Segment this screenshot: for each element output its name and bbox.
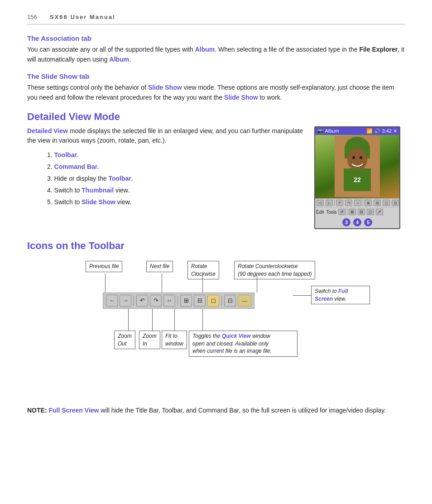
label-zoom-in: ZoomIn bbox=[139, 331, 160, 350]
phone-status: 📶 🔊 3:42 ✕ bbox=[366, 128, 397, 134]
page: 156 SX66 User Manual The Association tab… bbox=[0, 0, 432, 504]
detailed-view-body: Detailed View mode displays the selected… bbox=[27, 126, 303, 146]
list-item-4: 4. Switch to Thumbnail view. bbox=[47, 186, 303, 195]
full-screen-link[interactable]: FullScreen bbox=[315, 288, 348, 302]
phone-titlebar: 📷 Album 📶 🔊 3:42 ✕ bbox=[315, 127, 399, 135]
album-link-2[interactable]: Album bbox=[109, 56, 129, 63]
label-rotate-cw: RotateClockwise bbox=[187, 261, 219, 280]
tb-btn-8[interactable]: ◻ bbox=[383, 200, 390, 206]
list-item-3: 3. Hide or display the Toolbar. bbox=[47, 174, 303, 183]
tb-btn-b5[interactable]: ↗ bbox=[376, 209, 383, 215]
detailed-view-text-col: Detailed View mode displays the selected… bbox=[27, 126, 303, 229]
tb-btn-b3[interactable]: ⊟ bbox=[358, 209, 365, 215]
svg-text:22: 22 bbox=[354, 176, 361, 183]
badge-4: 4 bbox=[353, 218, 361, 226]
tb-btn-b1[interactable]: ↺ bbox=[338, 209, 346, 215]
btn-fit[interactable]: ↔ bbox=[163, 295, 175, 307]
btn-g1[interactable]: ⊞ bbox=[180, 295, 192, 307]
list-item-1: 1. Toolbar. bbox=[47, 150, 303, 160]
toolbar-icons-section: Icons on the Toolbar Previous file Next … bbox=[27, 240, 405, 392]
tb-btn-7[interactable]: ⊟ bbox=[374, 200, 381, 206]
line-zin bbox=[152, 309, 153, 331]
btn-rcw[interactable]: ↶ bbox=[136, 295, 148, 307]
album-link-1[interactable]: Album bbox=[195, 46, 215, 53]
file-explorer-bold: File Explorer bbox=[359, 46, 398, 53]
thumbnail-link[interactable]: Thumbnail bbox=[82, 187, 114, 194]
association-tab-section: The Association tab You can associate an… bbox=[27, 34, 405, 64]
association-tab-body: You can associate any or all of the supp… bbox=[27, 45, 405, 64]
edit-label: Edit bbox=[316, 210, 324, 215]
command-bar-link[interactable]: Command Bar. bbox=[54, 163, 99, 170]
page-number: 156 bbox=[27, 14, 50, 20]
relevant-procedures: relevant procedures bbox=[96, 94, 152, 101]
btn-prev[interactable]: ← bbox=[106, 295, 118, 307]
svg-point-5 bbox=[352, 156, 355, 159]
note-label: NOTE: Full Screen View bbox=[27, 407, 99, 414]
detailed-view-link[interactable]: Detailed View bbox=[27, 127, 68, 134]
label-fullscreen: Switch to FullScreen view. bbox=[311, 286, 370, 305]
tb-btn-9[interactable]: ⊡ bbox=[392, 200, 399, 206]
slideshow-tab-body: These settings control only the behavior… bbox=[27, 83, 405, 102]
detailed-view-list: 1. Toolbar. 2. Command Bar. 3. Hide or d… bbox=[38, 150, 303, 207]
label-previous-file: Previous file bbox=[86, 261, 122, 272]
athlete-image: 22 bbox=[335, 136, 380, 197]
tb-btn-b4[interactable]: ◻ bbox=[367, 209, 374, 215]
toolbar-bar: ← → ↶ ↷ ↔ ⊞ ⊟ ◻ ⊡ — bbox=[103, 293, 254, 309]
slide-show-link-1[interactable]: Slide Show bbox=[148, 84, 182, 91]
line-fs bbox=[293, 295, 311, 296]
header: 156 SX66 User Manual bbox=[27, 14, 405, 24]
sep-2 bbox=[178, 296, 178, 306]
svg-point-6 bbox=[360, 156, 362, 159]
line-next bbox=[162, 274, 162, 293]
tb-btn-3[interactable]: ↶ bbox=[336, 200, 343, 206]
tools-label: Tools bbox=[326, 210, 336, 215]
slide-show-link-3[interactable]: Slide Show bbox=[82, 198, 115, 206]
quick-view-link[interactable]: Quick View bbox=[222, 333, 251, 339]
note-text: will hide the Title Bar, Toolbar, and Co… bbox=[99, 407, 386, 414]
phone-toolbar-2: Edit Tools ↺ ⊞ ⊟ ◻ ↗ 2 bbox=[315, 207, 399, 216]
detailed-view-content: Detailed View mode displays the selected… bbox=[27, 126, 405, 229]
sep-3 bbox=[221, 296, 222, 306]
label-quick-view: Toggles the Quick View windowopen and cl… bbox=[189, 331, 298, 357]
label-next-file: Next file bbox=[146, 261, 173, 272]
line-rccw bbox=[257, 274, 257, 293]
line-prev bbox=[105, 274, 106, 293]
phone-screenshot-container: 📷 Album 📶 🔊 3:42 ✕ bbox=[314, 126, 405, 229]
associate-text: associate bbox=[52, 46, 78, 53]
toolbar-link[interactable]: Toolbar. bbox=[54, 151, 78, 158]
tb-btn-1[interactable]: ◁ bbox=[317, 200, 324, 206]
badge-5: 5 bbox=[364, 218, 372, 226]
tb-btn-4[interactable]: ↷ bbox=[345, 200, 352, 206]
toolbar-icons-heading: Icons on the Toolbar bbox=[27, 240, 405, 252]
manual-title: SX66 User Manual bbox=[50, 14, 115, 20]
slide-show-link-2[interactable]: Slide Show bbox=[224, 94, 258, 101]
slideshow-tab-section: The Slide Show tab These settings contro… bbox=[27, 72, 405, 102]
full-screen-view-link[interactable]: Full Screen View bbox=[48, 407, 99, 414]
badges-row: 3 4 5 bbox=[315, 216, 399, 228]
tb-btn-2[interactable]: ▷ bbox=[326, 200, 333, 206]
btn-next[interactable]: → bbox=[120, 295, 131, 307]
line-qv bbox=[202, 309, 203, 331]
phone-image-area: 22 bbox=[315, 135, 399, 198]
tb-btn-5[interactable]: ↔ bbox=[354, 200, 361, 206]
btn-g2[interactable]: ⊟ bbox=[194, 295, 206, 307]
toolbar-link-2[interactable]: Toolbar bbox=[108, 175, 131, 182]
svg-point-3 bbox=[347, 148, 367, 171]
badge-3: 3 bbox=[342, 218, 350, 226]
association-tab-heading: The Association tab bbox=[27, 34, 405, 42]
tb-btn-b2[interactable]: ⊞ bbox=[349, 209, 356, 215]
tb-btn-6[interactable]: ⊞ bbox=[365, 200, 372, 206]
label-fit-window: Fit towindow bbox=[162, 331, 187, 350]
slideshow-tab-heading: The Slide Show tab bbox=[27, 72, 405, 80]
note-bold: NOTE: bbox=[27, 407, 47, 414]
detailed-view-section: Detailed View Mode Detailed View mode di… bbox=[27, 111, 405, 229]
btn-yellow[interactable]: — bbox=[238, 295, 251, 307]
label-zoom-out: ZoomOut bbox=[114, 331, 135, 350]
btn-rccw[interactable]: ↷ bbox=[150, 295, 162, 307]
phone-app-name: 📷 Album bbox=[317, 128, 339, 134]
toolbar-diagram: Previous file Next file RotateClockwise … bbox=[62, 261, 370, 392]
phone-screenshot: 📷 Album 📶 🔊 3:42 ✕ bbox=[314, 126, 400, 229]
detailed-view-heading: Detailed View Mode bbox=[27, 111, 405, 123]
btn-highlight[interactable]: ◻ bbox=[207, 295, 219, 307]
btn-fs[interactable]: ⊡ bbox=[224, 295, 236, 307]
